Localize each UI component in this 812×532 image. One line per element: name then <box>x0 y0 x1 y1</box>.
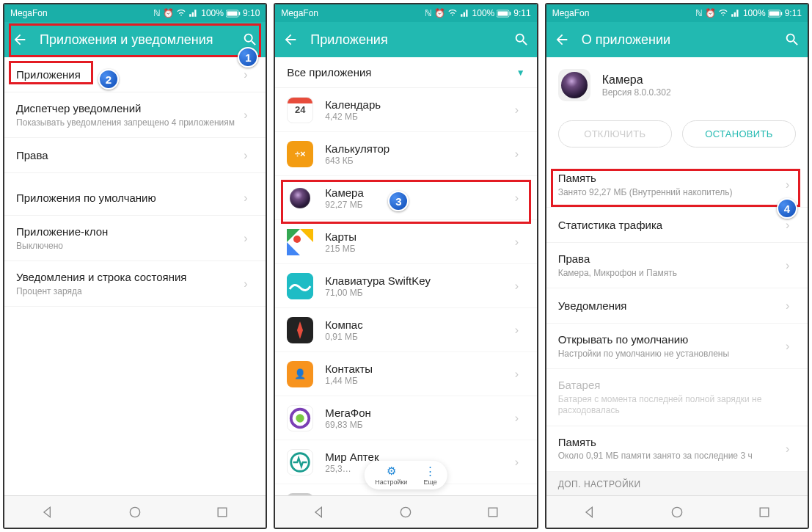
gear-icon: ⚙ <box>375 464 407 478</box>
app-row[interactable]: ÷× Калькулятор 643 КБ › <box>275 132 536 176</box>
alarm-icon: ⏰ <box>163 8 174 18</box>
item-permissions[interactable]: Права › <box>4 138 266 173</box>
nav-back-icon[interactable] <box>40 505 55 520</box>
item-notif-mgr[interactable]: Диспетчер уведомлений Показывать уведомл… <box>4 92 266 138</box>
svg-rect-6 <box>498 11 508 15</box>
item-app-clone[interactable]: Приложение-клон Выключено › <box>4 216 266 261</box>
step-badge-2: 2 <box>98 69 119 90</box>
app-icon <box>287 317 313 343</box>
search-icon[interactable] <box>784 32 800 48</box>
header: Приложения и уведомления <box>4 22 266 57</box>
floating-pill: ⚙Настройки ⋮Еще <box>365 461 447 489</box>
back-icon[interactable] <box>282 32 299 48</box>
app-row[interactable]: МегаФон 69,83 МБ › <box>275 396 536 440</box>
app-list: 24 Календарь 4,42 МБ › ÷× Калькулятор 64… <box>275 88 536 495</box>
chevron-right-icon: › <box>786 259 796 272</box>
svg-point-17 <box>296 414 304 422</box>
header: Приложения <box>275 22 536 57</box>
app-row[interactable]: 👤 Контакты 1,44 МБ › <box>275 352 536 396</box>
app-name-label: Контакты <box>325 362 497 375</box>
app-version: Версия 8.0.0.302 <box>602 87 671 98</box>
chevron-right-icon: › <box>786 178 796 192</box>
svg-point-12 <box>293 236 301 243</box>
nav-recent-icon[interactable] <box>757 505 772 520</box>
alarm-icon: ⏰ <box>434 8 445 18</box>
pill-settings[interactable]: ⚙Настройки <box>375 464 407 486</box>
app-icon: ÷× <box>287 141 313 167</box>
row-traffic[interactable]: Статистика трафика › <box>546 208 808 243</box>
nav-back-icon[interactable] <box>312 505 326 520</box>
row-permissions[interactable]: Права Камера, Микрофон и Память › <box>546 243 808 288</box>
more-icon: ⋮ <box>423 464 436 478</box>
page-title: Приложения <box>310 32 501 48</box>
svg-point-19 <box>401 507 411 517</box>
back-icon[interactable] <box>554 32 570 48</box>
app-row[interactable]: Компас 0,91 МБ › <box>275 308 536 352</box>
app-size-label: 71,00 МБ <box>325 288 497 298</box>
row-storage[interactable]: Память Занято 92,27 МБ (Внутренний накоп… <box>546 162 808 208</box>
item-apps[interactable]: Приложения › <box>4 57 266 92</box>
clock: 9:11 <box>513 8 530 18</box>
page-title: О приложении <box>582 32 772 48</box>
signal-icon <box>189 8 199 18</box>
row-notifications[interactable]: Уведомления › <box>546 288 808 324</box>
nav-home-icon[interactable] <box>398 505 413 520</box>
item-title: Уведомления и строка состояния <box>16 270 238 285</box>
app-name-label: Камера <box>325 186 497 199</box>
carrier-label: MegaFon <box>552 8 590 18</box>
nav-recent-icon[interactable] <box>486 505 500 520</box>
app-info-list: Память Занято 92,27 МБ (Внутренний накоп… <box>546 162 808 495</box>
battery-pct: 100% <box>472 8 495 18</box>
page-title: Приложения и уведомления <box>40 32 230 48</box>
app-row[interactable]: Карты 215 МБ › <box>275 220 536 264</box>
row-memory[interactable]: Память Около 0,91 МБ памяти занято за по… <box>546 426 808 472</box>
item-title: Права <box>558 252 780 266</box>
nav-home-icon[interactable] <box>670 505 684 520</box>
app-row[interactable]: 24 Календарь 4,42 МБ › <box>275 88 536 132</box>
chevron-right-icon: › <box>244 109 254 122</box>
wifi-icon <box>176 8 186 18</box>
filter-label: Все приложения <box>287 66 371 79</box>
item-title: Приложения по умолчанию <box>16 191 238 205</box>
row-open-default[interactable]: Открывать по умолчанию Настройки по умол… <box>546 324 808 369</box>
back-icon[interactable] <box>12 32 28 48</box>
status-icons: ℕ ⏰ 100% 9:10 <box>153 8 260 18</box>
item-sub: Показывать уведомления запрещено 4 прило… <box>16 117 238 129</box>
chevron-right-icon: › <box>515 412 525 425</box>
item-sub: Процент заряда <box>16 286 238 298</box>
search-icon[interactable] <box>242 32 258 48</box>
battery-pct: 100% <box>201 8 224 18</box>
nav-back-icon[interactable] <box>582 505 597 520</box>
app-size-label: 215 МБ <box>325 244 497 254</box>
app-size-label: 92,27 МБ <box>325 200 497 210</box>
app-row[interactable]: Клавиатура SwiftKey 71,00 МБ › <box>275 264 536 308</box>
nav-bar <box>275 495 536 528</box>
disable-button[interactable]: ОТКЛЮЧИТЬ <box>558 120 672 147</box>
nav-bar <box>4 495 266 528</box>
filter-row[interactable]: Все приложения ▼ <box>275 57 536 88</box>
item-sub: Батарея с момента последней полной заряд… <box>558 394 796 417</box>
battery-icon <box>768 10 783 18</box>
item-notif-status[interactable]: Уведомления и строка состояния Процент з… <box>4 261 266 307</box>
app-name: Камера <box>602 73 671 87</box>
chevron-right-icon: › <box>244 277 254 291</box>
item-title: Приложения <box>16 68 238 82</box>
nav-recent-icon[interactable] <box>215 505 230 520</box>
search-icon[interactable] <box>513 32 530 48</box>
chevron-right-icon: › <box>515 236 525 249</box>
chevron-right-icon: › <box>786 219 796 232</box>
stop-button[interactable]: ОСТАНОВИТЬ <box>682 120 796 147</box>
wifi-icon <box>447 8 458 18</box>
nav-bar <box>546 495 808 528</box>
carrier-label: MegaFon <box>281 8 318 18</box>
nav-home-icon[interactable] <box>128 505 142 520</box>
status-icons: ℕ ⏰ 100% 9:11 <box>695 8 802 18</box>
app-icon <box>287 449 313 475</box>
chevron-right-icon: › <box>515 147 525 161</box>
pill-more[interactable]: ⋮Еще <box>423 464 436 486</box>
item-title: Статистика трафика <box>558 218 780 233</box>
item-title: Память <box>558 435 780 450</box>
chevron-right-icon: › <box>786 442 796 456</box>
clock: 9:10 <box>243 8 260 18</box>
item-default-apps[interactable]: Приложения по умолчанию › <box>4 181 266 216</box>
